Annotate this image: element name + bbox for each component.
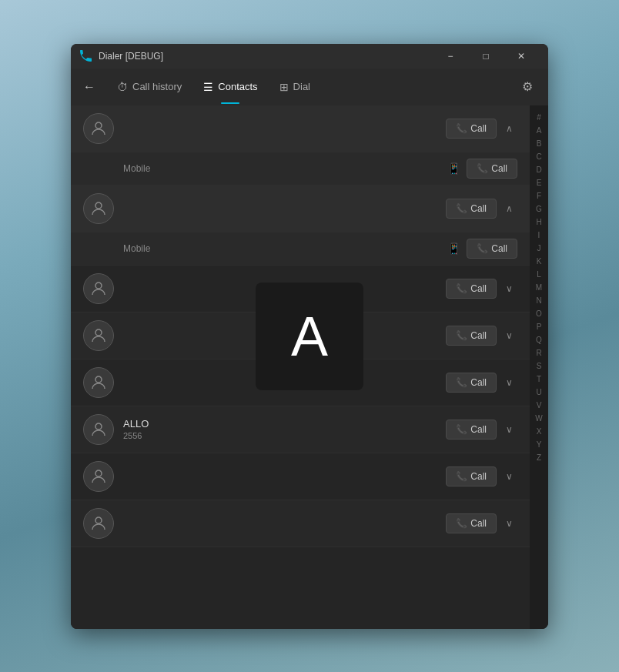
- contact-actions: 📞 Call ∧: [446, 199, 517, 219]
- chevron-down-button[interactable]: ∨: [501, 327, 517, 344]
- alpha-letter-c[interactable]: C: [530, 151, 548, 163]
- alpha-letter-o[interactable]: O: [530, 308, 548, 320]
- chevron-down-button[interactable]: ∨: [501, 421, 517, 438]
- alpha-letter-b[interactable]: B: [530, 138, 548, 150]
- alpha-letter-j[interactable]: J: [530, 242, 548, 255]
- svg-point-7: [95, 517, 102, 523]
- alpha-letter-z[interactable]: Z: [530, 452, 548, 464]
- alpha-letter-i[interactable]: I: [530, 229, 548, 242]
- phone-icon: 📞: [456, 123, 467, 134]
- nav-bar: ← ⏱ Call history ☰ Contacts ⊞ Dial ⚙: [71, 69, 548, 105]
- phone-icon: 📞: [456, 518, 467, 529]
- window-title: Dialer [DEBUG]: [99, 51, 433, 62]
- alpha-letter-w[interactable]: W: [530, 413, 548, 425]
- alpha-letter-k[interactable]: K: [530, 256, 548, 268]
- alpha-letter-q[interactable]: Q: [530, 334, 548, 346]
- chevron-down-button[interactable]: ∨: [501, 280, 517, 297]
- alpha-letter-v[interactable]: V: [530, 400, 548, 412]
- chevron-up-button[interactable]: ∧: [501, 200, 517, 217]
- contacts-list: 📞 Call ∧ Mobile 📱 📞 Call: [71, 105, 530, 629]
- tab-dial[interactable]: ⊞ Dial: [270, 76, 320, 98]
- alpha-letter-y[interactable]: Y: [530, 439, 548, 451]
- contact-actions: 📞 Call ∨: [446, 466, 517, 486]
- phone-icon: 📞: [456, 377, 467, 388]
- phone-icon: 📞: [456, 283, 467, 294]
- avatar: [83, 461, 114, 492]
- chevron-up-button[interactable]: ∧: [501, 120, 517, 137]
- contact-item-allo: ALLO 2556 📞 Call ∨: [71, 406, 530, 453]
- minimize-button[interactable]: −: [433, 44, 468, 69]
- alpha-letter-h[interactable]: H: [530, 216, 548, 229]
- chevron-down-button[interactable]: ∨: [501, 468, 517, 485]
- alpha-letter-n[interactable]: N: [530, 295, 548, 307]
- mobile-row: Mobile 📱 📞 Call: [71, 152, 530, 186]
- alpha-letter-d[interactable]: D: [530, 164, 548, 176]
- mobile-label: Mobile: [123, 243, 441, 254]
- alpha-letter-f[interactable]: F: [530, 190, 548, 202]
- call-button[interactable]: 📞 Call: [446, 420, 497, 440]
- call-button[interactable]: 📞 Call: [446, 466, 497, 486]
- back-button[interactable]: ←: [80, 77, 99, 97]
- call-button[interactable]: 📞 Call: [446, 119, 497, 139]
- avatar: [83, 113, 114, 144]
- call-history-icon: ⏱: [117, 81, 128, 93]
- call-mobile-button[interactable]: 📞 Call: [467, 239, 517, 259]
- contact-number: 2556: [123, 431, 446, 440]
- alpha-letter-r[interactable]: R: [530, 347, 548, 359]
- phone-icon: 📞: [477, 243, 488, 254]
- alphabet-sidebar: #ABCDEFGHIJKLMNOPQRSTUVWXYZ: [530, 105, 548, 629]
- mobile-label: Mobile: [123, 163, 441, 174]
- avatar: [83, 508, 114, 539]
- close-button[interactable]: ✕: [504, 44, 539, 69]
- alpha-letter-l[interactable]: L: [530, 269, 548, 281]
- svg-point-3: [95, 329, 102, 336]
- avatar: [83, 367, 114, 398]
- phone-icon: 📞: [456, 203, 467, 214]
- call-button[interactable]: 📞 Call: [446, 326, 497, 346]
- call-button[interactable]: 📞 Call: [446, 279, 497, 299]
- alpha-letter-x[interactable]: X: [530, 426, 548, 438]
- content-area: 📞 Call ∧ Mobile 📱 📞 Call: [71, 105, 548, 629]
- call-button[interactable]: 📞 Call: [446, 373, 497, 393]
- phone-device-icon: 📱: [447, 242, 460, 255]
- chevron-down-button[interactable]: ∨: [501, 515, 517, 532]
- alpha-letter-u[interactable]: U: [530, 386, 548, 399]
- contact-info: ALLO 2556: [123, 418, 446, 440]
- contact-name: ALLO: [123, 418, 446, 430]
- contact-item: 📞 Call ∨: [71, 266, 530, 313]
- alpha-letter-a[interactable]: A: [530, 125, 548, 137]
- contact-item: 📞 Call ∨: [71, 453, 530, 500]
- alpha-letter-m[interactable]: M: [530, 282, 548, 294]
- alpha-letter-#[interactable]: #: [530, 112, 548, 124]
- contact-item: 📞 Call ∨: [71, 500, 530, 547]
- avatar: [83, 414, 114, 445]
- contact-item: 📞 Call ∧: [71, 186, 530, 232]
- contact-actions: 📞 Call ∨: [446, 420, 517, 440]
- mobile-row: Mobile 📱 📞 Call: [71, 232, 530, 266]
- phone-icon: 📞: [456, 424, 467, 435]
- alpha-letter-g[interactable]: G: [530, 203, 548, 216]
- contact-actions: 📞 Call ∨: [446, 279, 517, 299]
- avatar: [83, 273, 114, 304]
- phone-icon: 📞: [456, 471, 467, 482]
- title-bar: Dialer [DEBUG] − □ ✕: [71, 44, 548, 69]
- tab-call-history[interactable]: ⏱ Call history: [108, 76, 191, 98]
- avatar: [83, 193, 114, 224]
- contact-item: 📞 Call ∧: [71, 105, 530, 152]
- alpha-letter-t[interactable]: T: [530, 373, 548, 386]
- app-icon: [80, 50, 92, 62]
- alpha-letter-p[interactable]: P: [530, 321, 548, 333]
- phone-icon: 📞: [477, 163, 488, 174]
- call-button[interactable]: 📞 Call: [446, 199, 497, 219]
- chevron-down-button[interactable]: ∨: [501, 374, 517, 391]
- maximize-button[interactable]: □: [468, 44, 504, 69]
- call-button[interactable]: 📞 Call: [446, 513, 497, 533]
- contact-actions: 📞 Call ∨: [446, 513, 517, 533]
- alpha-letter-e[interactable]: E: [530, 177, 548, 189]
- tab-contacts[interactable]: ☰ Contacts: [194, 76, 266, 98]
- svg-point-6: [95, 470, 102, 476]
- svg-point-0: [95, 122, 102, 129]
- settings-button[interactable]: ⚙: [516, 76, 539, 97]
- call-mobile-button[interactable]: 📞 Call: [467, 159, 517, 179]
- alpha-letter-s[interactable]: S: [530, 360, 548, 373]
